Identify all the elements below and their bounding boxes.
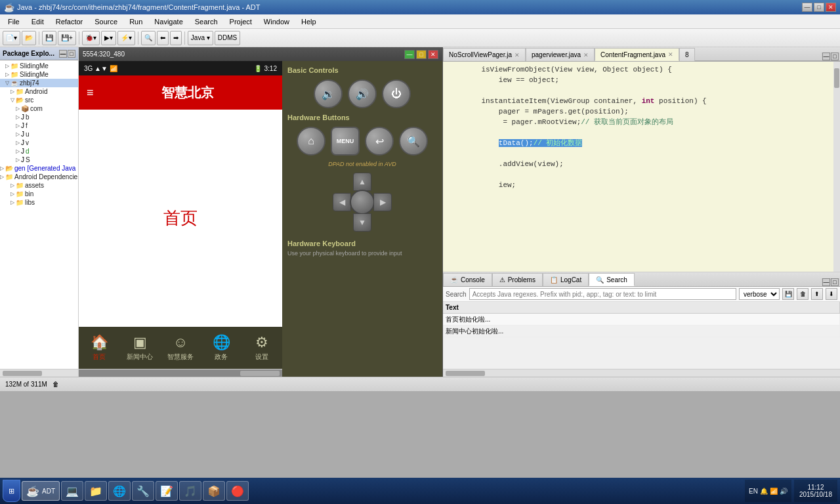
menu-source[interactable]: Source <box>89 16 123 27</box>
logcat-filter-input[interactable] <box>469 288 736 300</box>
logcat-scroll-top[interactable]: ⬆ <box>811 288 823 300</box>
toolbar-run[interactable]: ▶▾ <box>101 31 116 45</box>
home-btn[interactable]: ⌂ <box>297 127 326 156</box>
taskbar-adt[interactable]: ☕ ADT <box>22 481 60 501</box>
menu-help[interactable]: Help <box>296 16 322 27</box>
logcat-save[interactable]: 💾 <box>782 288 794 300</box>
toolbar-debug[interactable]: 🐞▾ <box>82 31 100 45</box>
menu-refactor[interactable]: Refactor <box>51 16 89 27</box>
taskbar-cmd[interactable]: 💻 <box>61 481 83 501</box>
tab-logcat[interactable]: 📋 LogCat <box>543 273 589 286</box>
back-btn[interactable]: ↩ <box>365 127 394 156</box>
toolbar-search[interactable]: 🔍 <box>141 31 156 45</box>
tree-item-gen[interactable]: ▷ 📂 gen [Generated Java Files] <box>0 164 78 173</box>
tab-close-icon[interactable]: ✕ <box>514 52 520 58</box>
tab-8[interactable]: 8 <box>679 48 695 61</box>
tree-item-slidingmen1[interactable]: ▷ 📁 SlidingMe <box>0 62 78 70</box>
minimize-button[interactable]: — <box>802 3 812 12</box>
tab-pagerviewer[interactable]: pagerviewer.java ✕ <box>526 48 595 61</box>
toolbar-save-all[interactable]: 💾+ <box>58 31 76 45</box>
tree-item-assets[interactable]: ▷ 📁 assets <box>0 181 78 190</box>
toolbar-fwd[interactable]: ➡ <box>170 31 182 45</box>
logcat-scroll-bottom[interactable]: ⬇ <box>826 288 837 300</box>
nav-home[interactable]: 🏠 首页 <box>79 334 119 362</box>
toolbar-ddms[interactable]: DDMS <box>215 31 240 45</box>
menu-edit[interactable]: Edit <box>26 16 49 27</box>
close-button[interactable]: ✕ <box>826 3 836 12</box>
dpad-left[interactable]: ◀ <box>333 193 351 211</box>
tree-item-d[interactable]: ▷ J d <box>0 147 78 156</box>
tree-item-zhbj74[interactable]: ▽ ☕ zhbj74 <box>0 79 78 87</box>
tree-item-src[interactable]: ▽ 📂 src <box>0 96 78 104</box>
nav-settings[interactable]: ⚙ 设置 <box>242 334 282 362</box>
power-btn[interactable]: ⏻ <box>382 79 411 108</box>
dpad-center[interactable] <box>350 190 375 215</box>
dpad-right[interactable]: ▶ <box>373 193 392 211</box>
tree-item-bin[interactable]: ▷ 📁 bin <box>0 190 78 198</box>
tree-item-b[interactable]: ▷ J b <box>0 113 78 121</box>
tab-search-bottom[interactable]: 🔍 Search <box>589 273 635 286</box>
tree-item-s[interactable]: ▷ J S <box>0 156 78 164</box>
search-btn[interactable]: 🔍 <box>399 127 428 156</box>
tree-item-libs[interactable]: ▷ 📁 libs <box>0 198 78 207</box>
maximize-button[interactable]: □ <box>814 3 824 12</box>
taskbar-notepad[interactable]: 📝 <box>156 481 178 501</box>
nav-smart[interactable]: ☺ 智慧服务 <box>160 334 201 362</box>
volume-down-btn[interactable]: 🔉 <box>314 79 343 108</box>
logcat-clear[interactable]: 🗑 <box>797 288 808 300</box>
tree-item-com[interactable]: ▷ 📦 com <box>0 104 78 113</box>
tree-item-android-dep[interactable]: ▷ 📁 Android Dependencies <box>0 173 78 181</box>
tab-contentfragment[interactable]: ContentFragment.java ✕ <box>595 48 679 61</box>
emu-maximize[interactable]: □ <box>416 50 427 59</box>
menu-search[interactable]: Search <box>190 16 223 27</box>
menu-run[interactable]: Run <box>124 16 148 27</box>
tab-console[interactable]: ☕ Console <box>443 273 492 286</box>
tab-problems[interactable]: ⚠ Problems <box>492 273 543 286</box>
toolbar-back[interactable]: ⬅ <box>157 31 169 45</box>
dpad-down[interactable]: ▼ <box>353 213 371 232</box>
emu-minimize[interactable]: — <box>404 50 415 59</box>
taskbar-music[interactable]: 🎵 <box>179 481 201 501</box>
tab-close-icon[interactable]: ✕ <box>668 51 673 58</box>
tree-hscroll[interactable] <box>0 369 78 377</box>
nav-news[interactable]: ▣ 新闻中心 <box>119 334 160 362</box>
nav-gov[interactable]: 🌐 政务 <box>201 334 242 362</box>
editor-maximize[interactable]: □ <box>831 52 839 60</box>
taskbar-browser[interactable]: 🌐 <box>108 481 131 501</box>
menu-project[interactable]: Project <box>224 16 257 27</box>
toolbar-new[interactable]: 📄▾ <box>3 31 20 45</box>
phone-bottom-scroll[interactable] <box>79 369 282 377</box>
hamburger-icon[interactable]: ≡ <box>87 86 94 100</box>
bottom-hscroll[interactable] <box>443 369 840 377</box>
toolbar-run2[interactable]: ⚡▾ <box>117 31 135 45</box>
panel-minimize[interactable]: — <box>59 50 67 58</box>
code-editor[interactable]: isViewFromObject(View view, Object objec… <box>443 62 840 272</box>
editor-vscroll[interactable] <box>833 62 840 272</box>
panel-maximize[interactable]: □ <box>68 50 75 58</box>
volume-up-btn[interactable]: 🔊 <box>348 79 377 108</box>
clock[interactable]: 11:12 2015/10/18 <box>794 480 837 502</box>
tree-item-f[interactable]: ▷ J f <box>0 121 78 130</box>
bottom-panel-minimize[interactable]: — <box>822 278 830 286</box>
menu-window[interactable]: Window <box>259 16 295 27</box>
start-button[interactable]: ⊞ <box>3 480 20 502</box>
menu-file[interactable]: File <box>3 16 25 27</box>
tab-close-icon[interactable]: ✕ <box>583 52 589 58</box>
tree-item-v[interactable]: ▷ J v <box>0 138 78 147</box>
toolbar-save[interactable]: 💾 <box>42 31 56 45</box>
editor-minimize[interactable]: — <box>822 52 830 60</box>
emu-close[interactable]: ✕ <box>428 50 438 59</box>
verbose-dropdown[interactable]: verbose <box>739 288 780 300</box>
tree-item-android[interactable]: ▷ 📁 Android <box>0 87 78 96</box>
bottom-panel-maximize[interactable]: □ <box>831 278 839 286</box>
toolbar-open[interactable]: 📂 <box>22 31 36 45</box>
toolbar-java[interactable]: Java ▾ <box>188 31 213 45</box>
taskbar-pkg[interactable]: 📦 <box>203 481 225 501</box>
taskbar-tools[interactable]: 🔧 <box>132 481 154 501</box>
dpad-up[interactable]: ▲ <box>353 173 371 191</box>
taskbar-explorer[interactable]: 📁 <box>85 481 107 501</box>
menu-btn[interactable]: MENU <box>331 127 360 156</box>
menu-navigate[interactable]: Navigate <box>149 16 188 27</box>
taskbar-red[interactable]: 🔴 <box>226 481 249 501</box>
tab-noscrollviewpager[interactable]: NoScrollViewPager.ja ✕ <box>443 48 526 61</box>
